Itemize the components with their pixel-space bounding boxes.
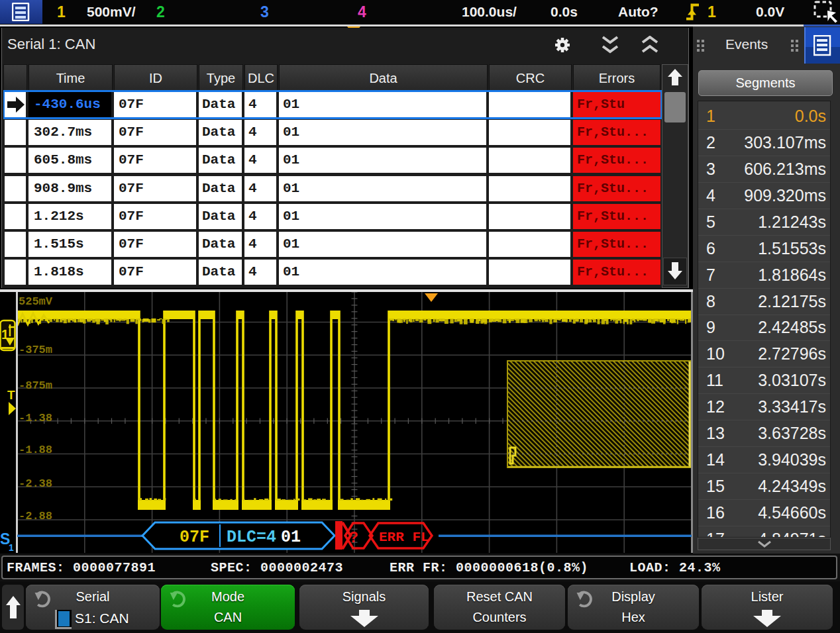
svg-text:01: 01 (281, 528, 301, 547)
svg-text:-1.38: -1.38 (19, 412, 52, 424)
svg-text:?: ? (349, 530, 358, 547)
svg-text:07F: 07F (180, 528, 209, 547)
svg-text:ERR FL: ERR FL (379, 530, 429, 545)
svg-text:-1.88: -1.88 (19, 444, 52, 456)
svg-text:T: T (7, 388, 15, 402)
svg-text:-2.88: -2.88 (19, 510, 52, 522)
svg-text:DLC=4: DLC=4 (227, 528, 276, 547)
svg-text:-375m: -375m (19, 344, 52, 356)
svg-text:-2.38: -2.38 (19, 477, 52, 490)
svg-text:525mV: 525mV (19, 295, 53, 308)
svg-text:1: 1 (9, 542, 14, 553)
svg-text:-875m: -875m (19, 379, 52, 392)
